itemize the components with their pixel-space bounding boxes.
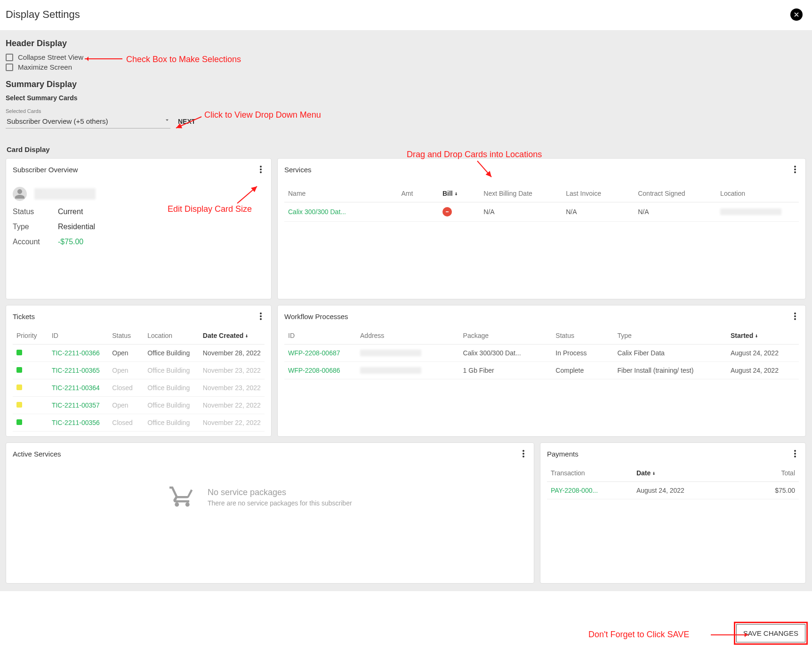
table-row[interactable]: TIC-2211-00356ClosedOffice BuildingNovem… (13, 414, 265, 432)
col-name[interactable]: Name (284, 185, 397, 202)
card-menu-button[interactable] (257, 311, 265, 321)
maximize-screen-row[interactable]: Maximize Screen (6, 63, 806, 71)
card-header: Workflow Processes (278, 305, 805, 327)
workflow-card[interactable]: Workflow Processes ID Address Package St… (277, 305, 806, 437)
priority-indicator (16, 385, 22, 390)
card-body: Transaction Date Total PAY-2208-000...Au… (540, 465, 805, 583)
chevron-down-icon (164, 117, 170, 125)
col-priority[interactable]: Priority (13, 327, 48, 345)
ticket-id-link[interactable]: TIC-2211-00364 (48, 379, 108, 397)
ticket-id-link[interactable]: TIC-2211-00366 (48, 345, 108, 362)
col-id[interactable]: ID (48, 327, 108, 345)
display-settings-dialog: Display Settings Header Display Collapse… (0, 0, 812, 649)
table-row[interactable]: WFP-2208-00687Calix 300/300 Dat...In Pro… (284, 345, 799, 362)
svg-point-13 (523, 450, 524, 452)
summary-select-row: Subscriber Overview (+5 others) NEXT (6, 114, 806, 128)
table-row[interactable]: WFP-2208-006861 Gb FiberCompleteFiber In… (284, 362, 799, 379)
arrow-down-icon (243, 332, 249, 339)
table-row[interactable]: TIC-2211-00357OpenOffice BuildingNovembe… (13, 397, 265, 414)
col-package[interactable]: Package (459, 327, 552, 345)
ticket-id-link[interactable]: TIC-2211-00365 (48, 362, 108, 379)
ticket-id-link[interactable]: TIC-2211-00357 (48, 397, 108, 414)
col-id[interactable]: ID (284, 327, 356, 345)
annotation-save: Don't Forget to Click SAVE (588, 630, 689, 640)
collapse-street-row[interactable]: Collapse Street View (6, 53, 806, 61)
card-menu-button[interactable] (520, 449, 527, 459)
card-menu-button[interactable] (257, 164, 265, 175)
card-header: Active Services (6, 443, 534, 465)
card-header: Subscriber Overview (6, 159, 271, 180)
select-cards-heading: Select Summary Cards (6, 94, 806, 102)
address-redacted (360, 350, 421, 356)
col-amt[interactable]: Amt (397, 185, 438, 202)
services-table: Name Amt Bill Next Billing Date Last Inv… (284, 185, 799, 222)
col-txn[interactable]: Transaction (547, 465, 633, 482)
card-body: Priority ID Status Location Date Created… (6, 327, 271, 436)
collapse-street-checkbox[interactable] (6, 54, 13, 61)
card-body: ID Address Package Status Type Started W… (278, 327, 805, 436)
svg-point-18 (794, 456, 796, 457)
card-title: Payments (547, 450, 579, 458)
col-next[interactable]: Next Billing Date (480, 185, 562, 202)
header-display-heading: Header Display (6, 39, 806, 48)
payments-card[interactable]: Payments Transaction Date Total PAY-2208… (540, 442, 806, 584)
col-location[interactable]: Location (716, 185, 799, 202)
location-redacted (720, 208, 781, 215)
card-row-1: Subscriber Overview StatusCurrent TypeRe… (6, 158, 806, 299)
svg-rect-6 (446, 211, 449, 212)
type-row: TypeResidential (13, 223, 265, 231)
col-location[interactable]: Location (144, 327, 199, 345)
svg-point-7 (260, 312, 262, 314)
svg-point-16 (794, 450, 796, 452)
table-row[interactable]: PAY-2208-000...August 24, 2022$75.00 (547, 482, 799, 499)
maximize-screen-checkbox[interactable] (6, 64, 13, 71)
card-header: Payments (540, 443, 805, 465)
table-row[interactable]: TIC-2211-00366OpenOffice BuildingNovembe… (13, 345, 265, 362)
col-started[interactable]: Started (727, 327, 799, 345)
col-status[interactable]: Status (108, 327, 144, 345)
workflow-table: ID Address Package Status Type Started W… (284, 327, 799, 379)
status-row: StatusCurrent (13, 208, 265, 216)
workflow-id-link[interactable]: WFP-2208-00686 (284, 362, 356, 379)
card-title: Services (284, 166, 312, 174)
col-date[interactable]: Date Created (199, 327, 265, 345)
close-button[interactable] (790, 8, 803, 21)
table-row[interactable]: TIC-2211-00365OpenOffice BuildingNovembe… (13, 362, 265, 379)
tickets-table: Priority ID Status Location Date Created… (13, 327, 265, 432)
col-contract[interactable]: Contract Signed (634, 185, 716, 202)
card-body: No service packages There are no service… (6, 465, 534, 583)
col-date[interactable]: Date (633, 465, 733, 482)
col-last[interactable]: Last Invoice (562, 185, 634, 202)
card-display-heading: Card Display (7, 145, 806, 153)
col-total[interactable]: Total (733, 465, 799, 482)
tickets-card[interactable]: Tickets Priority ID Status Location Date… (6, 305, 272, 437)
card-menu-button[interactable] (791, 164, 799, 175)
summary-cards-select[interactable]: Subscriber Overview (+5 others) (6, 114, 170, 128)
svg-point-3 (794, 166, 796, 168)
account-row: Account-$75.00 (13, 238, 265, 246)
save-changes-button[interactable]: SAVE CHANGES (736, 624, 805, 642)
empty-state: No service packages There are no service… (13, 469, 527, 511)
card-menu-button[interactable] (791, 449, 799, 459)
card-header: Tickets (6, 305, 271, 327)
col-bill[interactable]: Bill (439, 185, 480, 202)
col-type[interactable]: Type (614, 327, 727, 345)
table-row[interactable]: TIC-2211-00364ClosedOffice BuildingNovem… (13, 379, 265, 397)
arrow-down-icon (753, 332, 759, 339)
subscriber-name-row (13, 187, 265, 201)
avatar-icon (13, 187, 27, 201)
priority-indicator (16, 367, 22, 373)
workflow-id-link[interactable]: WFP-2208-00687 (284, 345, 356, 362)
service-name-link[interactable]: Calix 300/300 Dat... (284, 202, 397, 222)
payment-id-link[interactable]: PAY-2208-000... (547, 482, 633, 499)
ticket-id-link[interactable]: TIC-2211-00356 (48, 414, 108, 432)
next-button[interactable]: NEXT (178, 118, 195, 125)
card-menu-button[interactable] (791, 311, 799, 321)
table-row[interactable]: Calix 300/300 Dat...N/AN/AN/A (284, 202, 799, 222)
arrow-down-icon (651, 469, 656, 477)
subscriber-overview-card[interactable]: Subscriber Overview StatusCurrent TypeRe… (6, 158, 272, 299)
col-address[interactable]: Address (356, 327, 459, 345)
active-services-card[interactable]: Active Services No service packages Ther… (6, 442, 534, 584)
services-card[interactable]: Services Name Amt Bill Next Billing Date… (277, 158, 806, 299)
col-status[interactable]: Status (552, 327, 613, 345)
